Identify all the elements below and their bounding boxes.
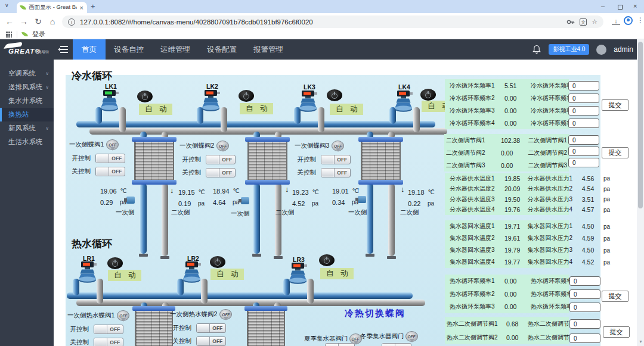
nav-ops-management[interactable]: 运维管理 bbox=[152, 39, 199, 60]
close-control-toggle[interactable]: OFF bbox=[196, 336, 226, 346]
window-minimize-button[interactable]: – bbox=[601, 2, 605, 10]
bookmark-leaf-icon bbox=[21, 31, 28, 38]
pump-lr2[interactable] bbox=[182, 261, 202, 287]
window-close-button[interactable]: × bbox=[633, 2, 637, 10]
open-control-toggle[interactable]: OFF bbox=[196, 323, 226, 333]
cold-pump-frequency-table: 冷水循环泵频率15.51冷水循环泵频率1 冷水循环泵频率20.00冷水循环泵频率… bbox=[445, 79, 569, 129]
open-control-label: 开控制 bbox=[170, 324, 191, 332]
password-key-icon[interactable] bbox=[566, 19, 575, 25]
browser-tab[interactable]: 画面显示 - Great BAOS × bbox=[17, 2, 87, 13]
pump-lr3[interactable] bbox=[288, 262, 308, 288]
setpoint-input[interactable] bbox=[568, 119, 599, 128]
setpoint-input[interactable] bbox=[568, 81, 599, 91]
bookmark-star-icon[interactable]: ☆ bbox=[592, 18, 597, 26]
translate-icon[interactable]: 文 bbox=[580, 18, 587, 26]
url-text[interactable]: 127.0.0.1:8082/#/home/canvas-menu/402880… bbox=[80, 18, 562, 26]
sidebar-item-sump-system[interactable]: 集水井系统 bbox=[0, 94, 54, 108]
open-control-label: 开控制 bbox=[67, 325, 89, 333]
industry-badge[interactable]: 影视工业4.0 bbox=[549, 44, 589, 55]
divider bbox=[17, 31, 17, 38]
side-label: 一次侧 bbox=[348, 208, 367, 217]
bookmark-item[interactable]: 登录 bbox=[32, 30, 45, 39]
submit-button[interactable]: 提交 bbox=[603, 326, 630, 338]
pump-lk3[interactable] bbox=[298, 90, 318, 116]
auto-mode-label: 自 动 bbox=[139, 104, 172, 115]
summer-valve-toggle[interactable]: OFF bbox=[325, 343, 355, 346]
setpoint-input[interactable] bbox=[569, 303, 600, 312]
site-info-icon[interactable]: i bbox=[68, 18, 75, 26]
valve-status-pin[interactable]: OFF bbox=[106, 139, 119, 150]
flow-down-arrow: ↓ bbox=[401, 185, 405, 194]
reload-icon[interactable]: ↻ bbox=[31, 17, 45, 26]
hot-valve-group-2: 一次侧热水蝶阀2OFF 开控制OFF 关控制OFF bbox=[170, 309, 247, 346]
user-name[interactable]: admin bbox=[614, 45, 633, 54]
setpoint-input[interactable] bbox=[569, 276, 600, 286]
pump-power-button[interactable] bbox=[319, 254, 335, 266]
pump-power-button[interactable] bbox=[327, 89, 342, 101]
setpoint-input[interactable] bbox=[568, 93, 599, 103]
tab-close-icon[interactable]: × bbox=[80, 4, 83, 11]
nav-alarm-management[interactable]: 报警管理 bbox=[245, 39, 292, 60]
setpoint-input[interactable] bbox=[568, 135, 599, 145]
setpoint-input[interactable] bbox=[568, 106, 599, 116]
valve-status-pin[interactable]: OFF bbox=[117, 310, 129, 321]
valve-status-pin[interactable]: OFF bbox=[405, 331, 418, 342]
close-control-toggle[interactable]: OFF bbox=[95, 167, 125, 176]
submit-button[interactable]: 提交 bbox=[602, 147, 628, 158]
window-maximize-button[interactable] bbox=[618, 5, 623, 10]
sidebar-item-exhaust-system[interactable]: 送排风系统∨ bbox=[0, 80, 54, 94]
tab-title: 画面显示 - Great BAOS bbox=[29, 4, 77, 11]
open-control-toggle[interactable]: OFF bbox=[95, 154, 125, 163]
valve-status-pin[interactable]: OFF bbox=[219, 309, 232, 320]
setpoint-input[interactable] bbox=[568, 158, 599, 167]
sidebar-item-fresh-air-system[interactable]: 新风系统∨ bbox=[0, 121, 54, 135]
pump-lk4[interactable] bbox=[394, 90, 414, 116]
table-row: 集水器回水温度419.77集水器回水压力44.52pa bbox=[445, 256, 607, 268]
pump-power-button[interactable] bbox=[210, 256, 225, 268]
browser-menu-icon[interactable]: ⋮ bbox=[637, 16, 644, 24]
close-control-toggle[interactable]: OFF bbox=[206, 168, 236, 177]
pump-lk1[interactable] bbox=[100, 89, 120, 116]
nav-device-autocontrol[interactable]: 设备自控 bbox=[106, 39, 152, 60]
submit-button[interactable]: 提交 bbox=[602, 99, 628, 111]
valve-status-pin[interactable]: OFF bbox=[332, 141, 344, 151]
valve-status-pin[interactable]: OFF bbox=[216, 141, 229, 151]
setpoint-input[interactable] bbox=[569, 289, 600, 299]
auto-mode-label: 自 动 bbox=[320, 268, 354, 279]
home-icon[interactable]: ⌂ bbox=[45, 17, 60, 26]
pump-power-button[interactable] bbox=[107, 257, 123, 269]
setpoint-input[interactable] bbox=[569, 333, 600, 343]
pump-power-button[interactable] bbox=[239, 90, 254, 102]
close-control-toggle[interactable]: OFF bbox=[94, 338, 123, 346]
close-control-toggle[interactable]: OFF bbox=[321, 168, 351, 177]
winter-valve-toggle[interactable]: OFF bbox=[382, 343, 411, 346]
download-icon[interactable]: ↓ bbox=[612, 17, 620, 25]
new-tab-button[interactable]: + bbox=[91, 2, 95, 11]
sidebar-item-ac-system[interactable]: 空调系统∨ bbox=[0, 67, 54, 80]
open-control-toggle[interactable]: OFF bbox=[206, 155, 236, 164]
address-bar[interactable]: i 127.0.0.1:8082/#/home/canvas-menu/4028… bbox=[62, 15, 603, 28]
open-control-toggle[interactable]: OFF bbox=[321, 155, 351, 164]
submit-button[interactable]: 提交 bbox=[602, 291, 628, 302]
apps-grid-icon[interactable] bbox=[6, 32, 12, 38]
open-control-toggle[interactable]: OFF bbox=[94, 325, 123, 334]
sidebar-collapse-icon[interactable] bbox=[56, 45, 68, 54]
tab-search-icon[interactable]: ∨ bbox=[5, 2, 9, 8]
forward-icon[interactable]: → bbox=[17, 17, 31, 26]
notification-bell-icon[interactable] bbox=[532, 45, 541, 55]
nav-home[interactable]: 首页 bbox=[73, 39, 106, 60]
pump-lk2[interactable] bbox=[201, 89, 221, 116]
pump-power-button[interactable] bbox=[420, 89, 436, 101]
sidebar-item-heat-exchange-station[interactable]: 换热站 bbox=[0, 108, 54, 121]
setpoint-input[interactable] bbox=[568, 146, 599, 156]
back-icon[interactable]: ← bbox=[2, 17, 17, 26]
sidebar-item-domestic-water-system[interactable]: 生活水系统 bbox=[0, 135, 54, 149]
pump-power-button[interactable] bbox=[137, 91, 153, 102]
nav-device-config[interactable]: 设备配置 bbox=[199, 39, 245, 60]
user-avatar[interactable] bbox=[596, 45, 606, 55]
setpoint-input[interactable] bbox=[569, 319, 600, 329]
browser-profile-avatar[interactable] bbox=[624, 16, 633, 25]
scrollbar-thumb[interactable] bbox=[638, 42, 643, 208]
pump-lr1[interactable] bbox=[78, 261, 98, 287]
scrollbar-down-arrow[interactable]: ▼ bbox=[639, 339, 643, 344]
